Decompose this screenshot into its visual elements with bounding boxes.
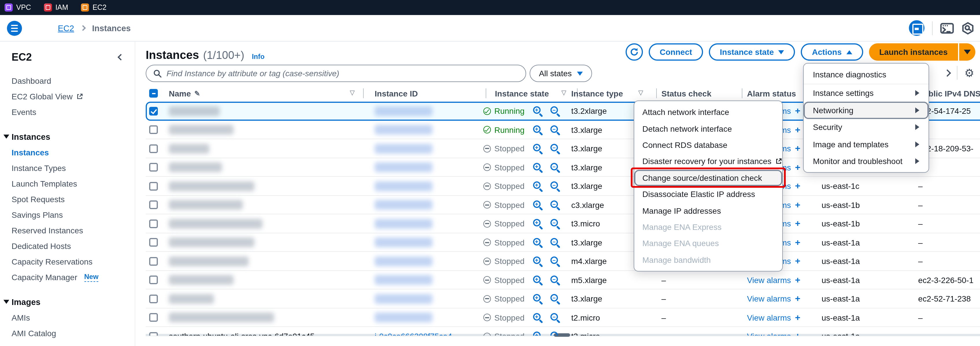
add-alarm-icon[interactable]: + <box>795 162 800 173</box>
column-instance-id[interactable]: Instance ID <box>375 85 418 102</box>
table-row[interactable]: Stopped m4.xlarge View alarms+ us-east-1… <box>135 252 980 271</box>
sidebar-item-dedicated-hosts[interactable]: Dedicated Hosts <box>0 238 135 254</box>
select-all-checkbox[interactable] <box>149 89 158 98</box>
zoom-in-filter-icon[interactable] <box>533 257 541 264</box>
sidebar-item-launch-templates[interactable]: Launch Templates <box>0 176 135 191</box>
row-checkbox[interactable] <box>149 276 158 284</box>
launch-instances-button[interactable]: Launch instances <box>869 43 958 61</box>
row-checkbox[interactable] <box>149 238 158 247</box>
zoom-out-filter-icon[interactable] <box>550 332 558 336</box>
sidebar-item-amis[interactable]: AMIs <box>0 309 135 325</box>
row-checkbox[interactable] <box>149 107 158 116</box>
instance-id-link[interactable]: i-0c0ca666308f75ca4 <box>375 332 452 336</box>
refresh-button[interactable] <box>625 43 643 61</box>
zoom-out-filter-icon[interactable] <box>550 313 558 320</box>
table-row[interactable]: Stopped t2.micro – View alarms+ us-east-… <box>135 308 980 327</box>
view-alarms-link[interactable]: View alarms+ <box>747 289 800 308</box>
sidebar-item-capacity-manager[interactable]: Capacity Manager New <box>0 269 135 285</box>
zoom-in-filter-icon[interactable] <box>533 106 541 114</box>
sidebar-item-capacity-reservations[interactable]: Capacity Reservations <box>0 254 135 269</box>
amazon-q-icon[interactable] <box>961 22 974 34</box>
redacted-instance-id[interactable] <box>375 313 433 322</box>
row-checkbox[interactable] <box>149 219 158 228</box>
redacted-instance-id[interactable] <box>375 238 433 248</box>
column-alarm-status[interactable]: Alarm status <box>747 85 796 102</box>
row-checkbox[interactable] <box>149 125 158 134</box>
table-row[interactable]: Stopped t3.xlarge View alarms+ us-east-1… <box>135 233 980 252</box>
view-alarms-link[interactable]: View alarms+ <box>747 308 800 327</box>
row-checkbox[interactable] <box>149 144 158 153</box>
row-checkbox[interactable] <box>149 295 158 303</box>
favorite-ec2[interactable]: EC2 <box>81 3 107 11</box>
zoom-out-filter-icon[interactable] <box>550 257 558 264</box>
name-filter-icon[interactable]: ▽ <box>350 89 355 97</box>
zoom-out-filter-icon[interactable] <box>550 181 558 189</box>
zoom-in-filter-icon[interactable] <box>533 181 541 189</box>
redacted-instance-id[interactable] <box>375 181 433 191</box>
view-alarms-link[interactable]: View alarms+ <box>747 327 800 336</box>
menu-item-monitor-and-troubleshoot[interactable]: Monitor and troubleshoot <box>803 153 929 170</box>
sidebar-item-reserved-instances[interactable]: Reserved Instances <box>0 222 135 238</box>
next-page-icon[interactable] <box>943 69 951 76</box>
table-row[interactable]: Stopped t3.xlarge View alarms+ us-east-1… <box>135 177 980 195</box>
row-checkbox[interactable] <box>149 201 158 210</box>
hamburger-menu-button[interactable] <box>7 21 22 36</box>
menu-item-security[interactable]: Security <box>803 119 929 136</box>
column-instance-type[interactable]: Instance type <box>571 85 623 102</box>
menu-item-instance-diagnostics[interactable]: Instance diagnostics <box>803 66 929 83</box>
zoom-in-filter-icon[interactable] <box>533 144 541 151</box>
row-checkbox[interactable] <box>149 163 158 172</box>
add-alarm-icon[interactable]: + <box>795 237 800 248</box>
redacted-instance-id[interactable] <box>375 144 433 154</box>
redacted-instance-id[interactable] <box>375 125 433 135</box>
add-alarm-icon[interactable]: + <box>795 331 800 336</box>
zoom-out-filter-icon[interactable] <box>550 238 558 245</box>
zoom-out-filter-icon[interactable] <box>550 294 558 302</box>
column-instance-state[interactable]: Instance state <box>495 85 549 102</box>
search-input[interactable] <box>167 69 519 78</box>
zoom-out-filter-icon[interactable] <box>550 200 558 208</box>
menu-item-instance-settings[interactable]: Instance settings <box>803 85 929 102</box>
table-row[interactable]: southern-ubuntu-ali-sros-vnc-6d7e01c45 i… <box>135 327 980 336</box>
zoom-in-filter-icon[interactable] <box>533 200 541 208</box>
zoom-out-filter-icon[interactable] <box>550 106 558 114</box>
sidebar-item-dashboard[interactable]: Dashboard <box>0 73 135 88</box>
zoom-in-filter-icon[interactable] <box>533 238 541 245</box>
add-alarm-icon[interactable]: + <box>795 200 800 210</box>
menu-item-manage-ip-addresses[interactable]: Manage IP addresses <box>634 202 782 219</box>
row-checkbox[interactable] <box>149 182 158 190</box>
sidebar-item-spot-requests[interactable]: Spot Requests <box>0 191 135 207</box>
sidebar-item-events[interactable]: Events <box>0 104 135 119</box>
state-filter-select[interactable]: All states <box>530 65 592 82</box>
column-status-check[interactable]: Status check <box>662 85 711 102</box>
breadcrumb-ec2-link[interactable]: EC2 <box>58 24 74 33</box>
connect-button[interactable]: Connect <box>649 43 703 61</box>
table-row[interactable]: Stopped c3.xlarge View alarms+ us-east-1… <box>135 195 980 214</box>
cloudshell-icon[interactable] <box>940 22 954 34</box>
row-checkbox[interactable] <box>149 313 158 322</box>
menu-item-disassociate-elastic-ip[interactable]: Disassociate Elastic IP address <box>634 186 782 202</box>
add-alarm-icon[interactable]: + <box>795 275 800 285</box>
add-alarm-icon[interactable]: + <box>795 313 800 323</box>
zoom-out-filter-icon[interactable] <box>550 144 558 151</box>
zoom-in-filter-icon[interactable] <box>533 294 541 302</box>
menu-item-detach-network-interface[interactable]: Detach network interface <box>634 121 782 137</box>
menu-item-disaster-recovery[interactable]: Disaster recovery for your instances <box>634 153 782 170</box>
sidebar-section-images[interactable]: Images <box>0 294 135 309</box>
row-checkbox[interactable] <box>149 257 158 266</box>
view-alarms-link[interactable]: View alarms+ <box>747 271 800 289</box>
menu-item-change-source-destination-check[interactable]: Change source/destination check <box>634 170 782 186</box>
zoom-in-filter-icon[interactable] <box>533 125 541 133</box>
add-alarm-icon[interactable]: + <box>795 219 800 229</box>
zoom-out-filter-icon[interactable] <box>550 163 558 170</box>
add-alarm-icon[interactable]: + <box>795 294 800 304</box>
table-row[interactable]: Stopped t3.micro View alarms+ us-east-1b… <box>135 214 980 233</box>
sidebar-item-ec2-global-view[interactable]: EC2 Global View <box>0 88 135 104</box>
add-alarm-icon[interactable]: + <box>795 125 800 135</box>
redacted-instance-id[interactable] <box>375 200 433 210</box>
launch-instances-caret-button[interactable] <box>959 43 975 61</box>
split-view-icon[interactable] <box>909 20 924 36</box>
add-alarm-icon[interactable]: + <box>795 144 800 154</box>
redacted-instance-id[interactable] <box>375 257 433 266</box>
add-alarm-icon[interactable]: + <box>795 256 800 267</box>
